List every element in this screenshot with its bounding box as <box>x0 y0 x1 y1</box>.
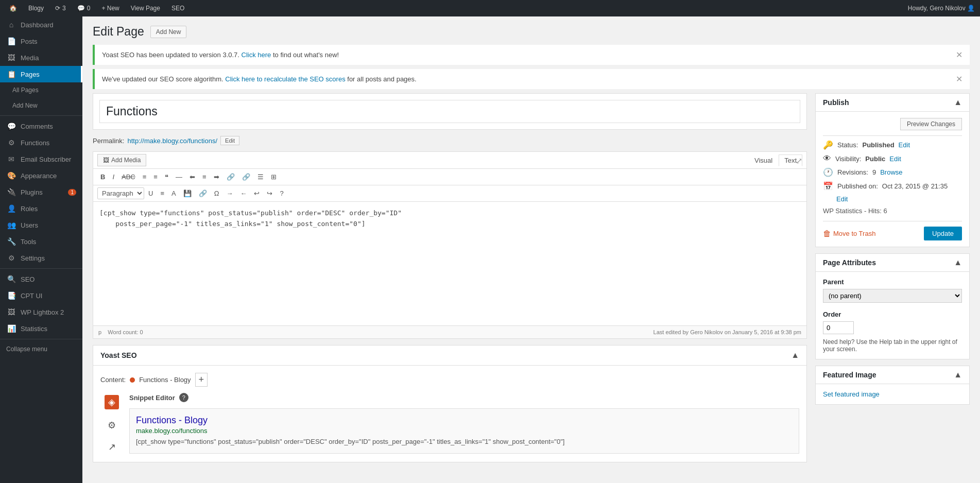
undo-button[interactable]: ↩ <box>251 187 263 199</box>
align-right-button[interactable]: ➡ <box>211 171 222 183</box>
sidebar-item-dashboard[interactable]: ⌂ Dashboard <box>0 16 82 33</box>
indent-button[interactable]: → <box>223 187 236 199</box>
comments-icon: 💬 <box>6 122 16 130</box>
outdent-button[interactable]: ← <box>237 187 250 199</box>
move-to-trash-button[interactable]: 🗑 Move to Trash <box>823 229 875 238</box>
sidebar-item-statistics[interactable]: 📊 Statistics <box>0 320 82 337</box>
insert-media-button[interactable]: 🔗 <box>196 187 210 199</box>
sidebar-item-cpt-ui[interactable]: 📑 CPT UI <box>0 287 82 304</box>
seo-score-link[interactable]: Click here to recalculate the SEO scores <box>225 75 345 83</box>
media-icon: 🖼 <box>6 54 16 62</box>
italic-button[interactable]: I <box>109 171 117 183</box>
parent-select[interactable]: (no parent) <box>823 289 962 303</box>
revisions-browse-link[interactable]: Browse <box>880 168 902 176</box>
sidebar-item-wp-lightbox-2[interactable]: 🖼 WP Lightbox 2 <box>0 304 82 320</box>
add-new-button[interactable]: Add New <box>150 26 187 38</box>
publish-box-header[interactable]: Publish ▲ <box>816 94 969 112</box>
yoast-add-keyword-button[interactable]: + <box>195 373 208 387</box>
editor-content[interactable]: [cpt_show type="functions" post_status="… <box>93 202 806 325</box>
align-center-button[interactable]: ≡ <box>199 171 210 183</box>
sidebar-item-media[interactable]: 🖼 Media <box>0 49 82 66</box>
align-left-button[interactable]: ⬅ <box>186 171 198 183</box>
pages-icon: 📋 <box>6 70 16 78</box>
sidebar-item-comments[interactable]: 💬 Comments <box>0 118 82 134</box>
redo-button[interactable]: ↪ <box>264 187 276 199</box>
adminbar-comments[interactable]: 💬 0 <box>73 5 95 12</box>
update-button[interactable]: Update <box>924 227 962 240</box>
yoast-settings-icon[interactable]: ⚙ <box>105 420 119 431</box>
sidebar-item-appearance[interactable]: 🎨 Appearance <box>0 167 82 184</box>
expand-editor-button[interactable]: ⤢ <box>796 156 802 166</box>
yoast-seo-header[interactable]: Yoast SEO ▲ <box>93 346 806 366</box>
snippet-preview: Functions - Blogy make.blogy.co/function… <box>129 408 799 454</box>
permalink: Permalink: http://make.blogy.co/function… <box>93 136 807 145</box>
notice-yoast-update: Yoast SEO has been updated to version 3.… <box>93 45 970 65</box>
notice-close-yoast[interactable]: ✕ <box>956 50 962 60</box>
adminbar-wp-icon[interactable]: 🏠 <box>5 5 21 12</box>
sidebar-item-plugins[interactable]: 🔌 Plugins 1 <box>0 184 82 200</box>
text-color-button[interactable]: A <box>168 187 179 199</box>
sidebar-item-posts[interactable]: 📄 Posts <box>0 33 82 49</box>
publish-toggle-button[interactable]: ▲ <box>954 98 962 107</box>
yoast-toggle-button[interactable]: ▲ <box>791 351 799 360</box>
page-attributes-header[interactable]: Page Attributes ▲ <box>816 254 969 272</box>
adminbar-updates[interactable]: ⟳ 3 <box>51 5 70 12</box>
visibility-edit-link[interactable]: Edit <box>889 155 901 163</box>
yoast-update-link[interactable]: Click here <box>242 51 271 59</box>
unordered-list-button[interactable]: ≡ <box>140 171 150 183</box>
status-edit-link[interactable]: Edit <box>899 141 910 149</box>
justify-button[interactable]: ≡ <box>157 187 167 199</box>
remove-link-button[interactable]: 🔗 <box>239 171 253 183</box>
published-edit-link[interactable]: Edit <box>836 195 848 203</box>
editor-footer: p Word count: 0 Last edited by Gero Niko… <box>93 325 806 338</box>
special-chars-button[interactable]: Ω <box>211 187 222 199</box>
sidebar-item-settings[interactable]: ⚙ Settings <box>0 250 82 266</box>
sidebar-item-users[interactable]: 👥 Users <box>0 217 82 233</box>
functions-icon: ⚙ <box>6 139 16 147</box>
preview-changes-button[interactable]: Preview Changes <box>900 118 962 130</box>
published-icon: 📅 <box>823 181 833 191</box>
sidebar-item-tools[interactable]: 🔧 Tools <box>0 233 82 250</box>
adminbar-new[interactable]: + New <box>97 5 123 12</box>
save-draft-button[interactable]: 💾 <box>180 187 195 199</box>
underline-button[interactable]: U <box>145 187 156 199</box>
sidebar-item-roles[interactable]: 👤 Roles <box>0 200 82 217</box>
sidebar-item-pages[interactable]: 📋 Pages <box>0 66 82 82</box>
post-title-input[interactable] <box>99 100 800 123</box>
yoast-share-icon[interactable]: ↗ <box>105 441 119 453</box>
adminbar-site-name[interactable]: Blogy <box>24 5 48 12</box>
permalink-url[interactable]: http://make.blogy.co/functions/ <box>127 137 217 145</box>
permalink-edit-button[interactable]: Edit <box>220 136 239 145</box>
order-input[interactable] <box>823 321 854 334</box>
publish-box: Publish ▲ Preview Changes 🔑 Status: Publ… <box>815 93 970 247</box>
page-attributes-toggle[interactable]: ▲ <box>954 258 962 267</box>
fullscreen-button[interactable]: ⊞ <box>268 171 280 183</box>
parent-label: Parent <box>823 278 962 286</box>
set-featured-image-link[interactable]: Set featured image <box>823 390 880 398</box>
notice-close-seo[interactable]: ✕ <box>956 74 962 84</box>
sidebar-item-seo[interactable]: 🔍 SEO <box>0 271 82 287</box>
adminbar-seo[interactable]: SEO <box>167 5 188 12</box>
page-title: Edit Page <box>93 25 144 39</box>
add-media-button[interactable]: 🖼 Add Media <box>97 154 146 166</box>
ordered-list-button[interactable]: ≡ <box>150 171 161 183</box>
insert-link-button[interactable]: 🔗 <box>223 171 238 183</box>
bold-button[interactable]: B <box>97 171 108 183</box>
snippet-help-icon[interactable]: ? <box>179 393 188 402</box>
collapse-menu-button[interactable]: Collapse menu <box>0 341 82 357</box>
sidebar-item-functions[interactable]: ⚙ Functions <box>0 134 82 151</box>
format-select[interactable]: Paragraph <box>97 187 144 199</box>
blockquote-button[interactable]: ❝ <box>162 171 171 183</box>
horizontal-rule-button[interactable]: — <box>173 171 185 183</box>
sidebar-item-add-new[interactable]: Add New <box>0 98 82 113</box>
table-button[interactable]: ☰ <box>254 171 267 183</box>
sidebar-item-email-subscriber[interactable]: ✉ Email Subscriber <box>0 151 82 167</box>
help-button[interactable]: ? <box>277 187 286 199</box>
sidebar-item-all-pages[interactable]: All Pages <box>0 82 82 98</box>
strikethrough-button[interactable]: ABC <box>118 171 139 183</box>
adminbar-view-page[interactable]: View Page <box>127 5 164 12</box>
tab-visual[interactable]: Visual <box>749 155 778 166</box>
posts-icon: 📄 <box>6 37 16 45</box>
featured-image-header[interactable]: Featured Image ▲ <box>816 366 969 384</box>
featured-image-toggle[interactable]: ▲ <box>954 370 962 380</box>
